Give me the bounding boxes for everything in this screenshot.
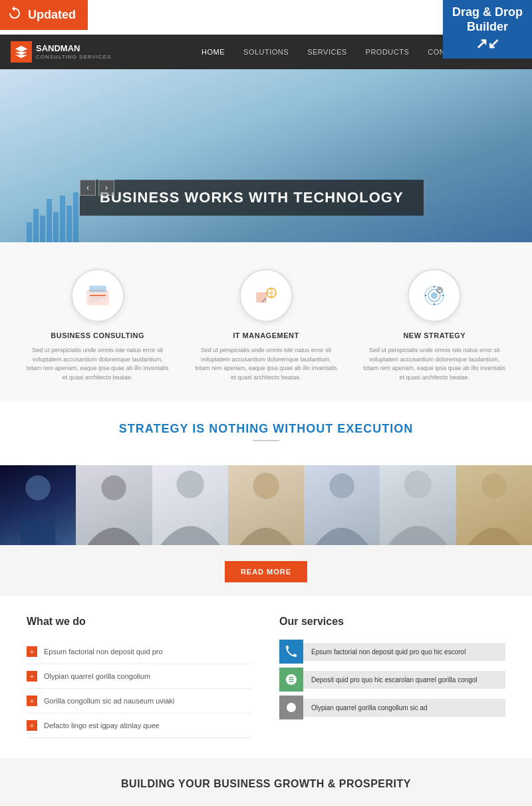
list-text-0: Epsum factorial non deposit quid pro: [44, 648, 163, 656]
svg-rect-1: [90, 286, 106, 292]
svg-point-13: [431, 292, 438, 299]
service-row-0: Epsum factorial non deposit quid pro quo…: [279, 640, 505, 664]
feature-desc-0: Sed ut perspiciatis unde omnis iste natu…: [25, 346, 171, 382]
dnd-line2: Builder: [452, 20, 523, 35]
photo-cell-4: [228, 465, 304, 545]
service-icon-0: [279, 640, 303, 664]
two-col-section: What we do + Epsum factorial non deposit…: [0, 596, 532, 758]
list-item-2: + Gorilla congollum sic ad nauseum uviak…: [27, 689, 253, 713]
feature-title-2: NEW STRATEGY: [361, 331, 507, 339]
feature-desc-1: Sed ut perspiciatis unde omnis iste natu…: [193, 346, 339, 382]
nav-products[interactable]: PRODUCTS: [356, 35, 419, 69]
feature-title-1: IT MANAGEMENT: [193, 331, 339, 339]
what-we-do-title: What we do: [27, 616, 253, 628]
service-text-1: Deposit quid pro quo hic escarolan quarr…: [303, 671, 505, 689]
list-plus-icon-2: +: [27, 696, 37, 706]
nav-services[interactable]: SERVICES: [298, 35, 356, 69]
building-title: BUILDING YOUR BUSINESS GROWTH & PROSPERI…: [27, 778, 505, 790]
feature-it-management: IT MANAGEMENT Sed ut perspiciatis unde o…: [193, 269, 339, 382]
features-section: BUSINESS CONSULTING Sed ut perspiciatis …: [0, 242, 532, 402]
svg-rect-5: [257, 293, 266, 302]
service-icon-1: [279, 668, 303, 692]
logo-sub: CONSULTING SERVICES: [36, 54, 111, 60]
read-more-button[interactable]: READ MORE: [225, 561, 307, 582]
photo-strip: [0, 465, 532, 545]
our-services-title: Our services: [279, 616, 505, 628]
photo-cell-1: [0, 465, 76, 545]
strategy-section: STRATEGY IS NOTHING WITHOUT EXECUTION: [0, 402, 532, 465]
dnd-line1: Drag & Drop: [452, 5, 523, 20]
feature-title-0: BUSINESS CONSULTING: [25, 331, 171, 339]
features-grid: BUSINESS CONSULTING Sed ut perspiciatis …: [13, 269, 519, 382]
feature-icon-business: [71, 269, 124, 322]
svg-point-17: [102, 475, 126, 500]
service-icon-2: [279, 696, 303, 719]
list-plus-icon-1: +: [27, 671, 37, 682]
feature-icon-it: [239, 269, 293, 322]
feature-business-consulting: BUSINESS CONSULTING Sed ut perspiciatis …: [25, 269, 171, 382]
what-we-do-col: What we do + Epsum factorial non deposit…: [27, 616, 253, 738]
hero-title: BUSINESS WORKS WITH TECHNOLOGY: [80, 180, 424, 216]
feature-icon-strategy: [408, 269, 461, 322]
photo-cell-5: [304, 465, 380, 545]
hero-arrows: ‹ ›: [80, 180, 114, 196]
dnd-badge: Drag & Drop Builder ↗↙: [443, 0, 532, 59]
nav-solutions[interactable]: SOLUTIONS: [234, 35, 298, 69]
updated-label: Updated: [28, 8, 76, 22]
updated-badge: Updated: [0, 0, 88, 30]
list-plus-icon-3: +: [27, 720, 37, 731]
read-more-section: READ MORE: [0, 545, 532, 596]
list-item-3: + Defacto lingo est igpay atinlay quee: [27, 713, 253, 738]
our-services-col: Our services Epsum factorial non deposit…: [279, 616, 505, 738]
logo-name: SANDMAN: [36, 44, 111, 53]
svg-point-18: [176, 471, 204, 499]
strategy-divider: [253, 440, 279, 441]
list-item-1: + Olypian quarrel gorilla congolium: [27, 664, 253, 689]
svg-point-19: [253, 473, 279, 499]
photo-cell-2: [76, 465, 152, 545]
hero-next-button[interactable]: ›: [98, 180, 114, 196]
svg-rect-0: [87, 290, 108, 305]
list-plus-icon-0: +: [27, 646, 37, 657]
svg-point-23: [287, 703, 296, 712]
photo-cell-7: [456, 465, 532, 545]
logo-text-block: SANDMAN CONSULTING SERVICES: [36, 44, 111, 59]
svg-point-15: [25, 475, 50, 500]
list-text-1: Olypian quarrel gorilla congolium: [44, 672, 150, 680]
strategy-title: STRATEGY IS NOTHING WITHOUT EXECUTION: [13, 422, 519, 436]
svg-point-21: [404, 471, 432, 499]
building-section: BUILDING YOUR BUSINESS GROWTH & PROSPERI…: [0, 758, 532, 806]
list-item-0: + Epsum factorial non deposit quid pro: [27, 640, 253, 664]
nav-home[interactable]: HOME: [192, 35, 234, 69]
logo-area: SANDMAN CONSULTING SERVICES: [11, 41, 111, 63]
dnd-arrows-icon: ↗↙: [452, 35, 523, 53]
service-row-1: Deposit quid pro quo hic escarolan quarr…: [279, 668, 505, 692]
list-text-2: Gorilla congollum sic ad nauseum uviaki: [44, 697, 174, 705]
hero-prev-button[interactable]: ‹: [80, 180, 96, 196]
svg-point-22: [481, 473, 506, 498]
photo-cell-6: [380, 465, 456, 545]
feature-desc-2: Sed ut perspiciatis unde omnis iste natu…: [361, 346, 507, 382]
refresh-icon: [7, 5, 23, 25]
svg-point-10: [269, 291, 273, 295]
service-row-2: Olypian quarrel gorilla congollum sic ad: [279, 696, 505, 719]
service-text-0: Epsum factorial non deposit quid pro quo…: [303, 643, 505, 661]
svg-point-20: [330, 473, 354, 498]
logo-icon: [11, 41, 32, 63]
svg-rect-16: [21, 519, 55, 545]
service-text-2: Olypian quarrel gorilla congollum sic ad: [303, 699, 505, 717]
hero-section: BUSINESS WORKS WITH TECHNOLOGY ‹ ›: [0, 69, 532, 242]
list-text-3: Defacto lingo est igpay atinlay quee: [44, 721, 160, 729]
feature-new-strategy: NEW STRATEGY Sed ut perspiciatis unde om…: [361, 269, 507, 382]
photo-cell-3: [152, 465, 228, 545]
